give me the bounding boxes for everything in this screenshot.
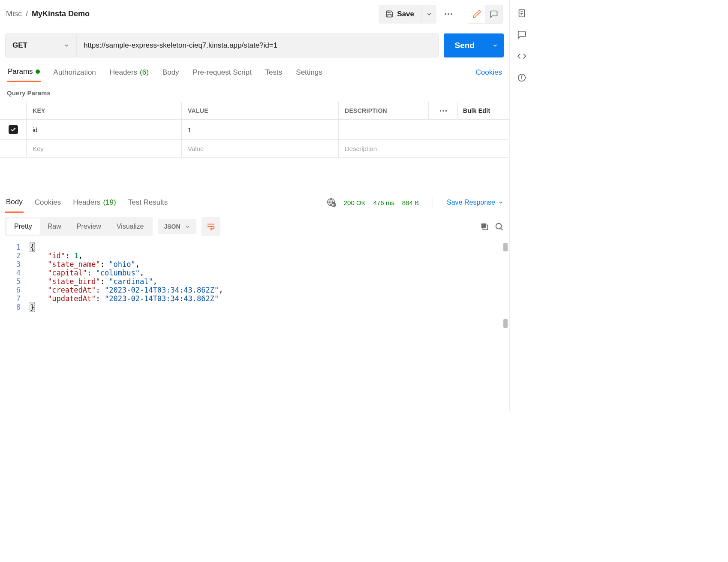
cookies-link[interactable]: Cookies	[476, 68, 502, 77]
svg-point-3	[439, 110, 441, 112]
view-preview[interactable]: Preview	[69, 218, 109, 235]
tab-prerequest[interactable]: Pre-request Script	[192, 63, 253, 82]
col-description: DESCRIPTION	[339, 102, 429, 119]
resp-tab-tests[interactable]: Test Results	[127, 192, 169, 213]
svg-point-5	[445, 110, 447, 112]
breadcrumb-sep: /	[26, 9, 28, 18]
svg-point-0	[445, 13, 446, 15]
more-button[interactable]	[441, 5, 456, 24]
param-key-input[interactable]: id	[27, 120, 182, 139]
comment-mode-button[interactable]	[485, 5, 502, 23]
code-icon[interactable]	[517, 51, 526, 61]
modified-dot-icon	[36, 69, 40, 74]
wrap-lines-button[interactable]	[202, 217, 220, 236]
save-icon	[385, 10, 394, 18]
method-dropdown[interactable]: GET	[6, 34, 77, 57]
code-brace: }	[30, 303, 34, 311]
svg-point-7	[332, 203, 336, 207]
col-key: KEY	[27, 102, 182, 119]
view-pretty[interactable]: Pretty	[6, 218, 40, 235]
tab-headers[interactable]: Headers (6)	[109, 63, 150, 82]
breadcrumb-current[interactable]: MyKinsta Demo	[32, 9, 90, 18]
chevron-down-icon	[185, 224, 190, 230]
tab-params[interactable]: Params	[7, 63, 41, 82]
method-label: GET	[12, 41, 27, 50]
request-line: GET https://sample-express-skeleton-cieq…	[0, 28, 509, 63]
param-desc-input[interactable]	[339, 120, 509, 139]
chevron-down-icon	[63, 42, 69, 48]
param-row: id 1	[0, 120, 509, 140]
dots-icon	[439, 110, 447, 112]
chevron-down-icon	[498, 199, 504, 205]
chevron-down-icon	[492, 42, 498, 48]
send-button[interactable]: Send	[444, 33, 486, 57]
save-dropdown[interactable]	[421, 5, 436, 24]
response-body[interactable]: 1{ 2 "id": 1, 3 "state_name": "ohio", 4 …	[0, 240, 509, 412]
scrollbar-thumb[interactable]	[503, 243, 508, 251]
view-raw[interactable]: Raw	[40, 218, 69, 235]
status-size[interactable]: 884 B	[402, 199, 419, 206]
documentation-icon[interactable]	[517, 9, 526, 18]
param-value-input[interactable]: 1	[182, 120, 339, 139]
breadcrumb: Misc / MyKinsta Demo	[6, 9, 90, 18]
network-icon[interactable]	[327, 198, 336, 207]
resp-tab-headers[interactable]: Headers (19)	[72, 192, 117, 213]
query-params-table: KEY VALUE DESCRIPTION Bulk Edit id 1 Key…	[0, 102, 509, 158]
code-brace: {	[30, 243, 34, 251]
tab-body[interactable]: Body	[162, 63, 180, 82]
bulk-edit-button[interactable]: Bulk Edit	[458, 102, 509, 119]
response-toolbar: Pretty Raw Preview Visualize JSON	[0, 213, 509, 240]
svg-point-4	[442, 110, 444, 112]
status-code[interactable]: 200 OK	[344, 199, 366, 206]
status-time[interactable]: 476 ms	[373, 199, 394, 206]
svg-point-1	[448, 13, 449, 15]
save-response-button[interactable]: Save Response	[447, 199, 504, 206]
scrollbar-thumb[interactable]	[503, 319, 508, 328]
tab-settings[interactable]: Settings	[295, 63, 323, 82]
wrap-icon	[206, 222, 216, 231]
svg-line-13	[501, 228, 502, 230]
dots-icon	[444, 13, 453, 15]
topbar: Misc / MyKinsta Demo Save	[0, 0, 509, 28]
param-value-input[interactable]: Value	[182, 140, 339, 157]
url-value: https://sample-express-skeleton-cieq7.ki…	[84, 41, 277, 50]
comments-icon[interactable]	[517, 30, 526, 39]
view-visualize[interactable]: Visualize	[109, 218, 152, 235]
right-sidebar	[509, 0, 533, 412]
param-desc-input[interactable]: Description	[339, 140, 509, 157]
tab-authorization[interactable]: Authorization	[53, 63, 97, 82]
check-icon	[10, 127, 16, 133]
col-value: VALUE	[182, 102, 339, 119]
col-options-button[interactable]	[429, 102, 458, 119]
format-dropdown[interactable]: JSON	[158, 219, 196, 234]
chevron-down-icon	[426, 11, 432, 17]
svg-rect-11	[481, 224, 486, 228]
svg-point-20	[521, 76, 522, 76]
edit-mode-button[interactable]	[468, 5, 485, 23]
param-key-input[interactable]: Key	[27, 140, 182, 157]
info-icon[interactable]	[517, 73, 526, 82]
save-label: Save	[397, 10, 414, 18]
save-button[interactable]: Save	[379, 5, 421, 24]
svg-point-2	[451, 13, 452, 15]
resp-tab-body[interactable]: Body	[5, 192, 24, 213]
copy-button[interactable]	[480, 222, 489, 231]
param-row-empty: Key Value Description	[0, 140, 509, 157]
tab-tests[interactable]: Tests	[265, 63, 283, 82]
resp-tab-cookies[interactable]: Cookies	[34, 192, 62, 213]
send-dropdown[interactable]	[486, 33, 504, 57]
response-tabs: Body Cookies Headers (19) Test Results 2…	[0, 192, 509, 213]
svg-point-12	[496, 224, 502, 229]
breadcrumb-parent[interactable]: Misc	[6, 9, 22, 18]
comment-icon	[490, 10, 498, 18]
url-input[interactable]: https://sample-express-skeleton-cieq7.ki…	[77, 34, 438, 57]
pencil-icon	[472, 10, 481, 18]
param-checkbox[interactable]	[9, 125, 18, 134]
search-button[interactable]	[494, 222, 504, 231]
request-tabs: Params Authorization Headers (6) Body Pr…	[0, 63, 509, 82]
query-params-title: Query Params	[0, 82, 509, 102]
